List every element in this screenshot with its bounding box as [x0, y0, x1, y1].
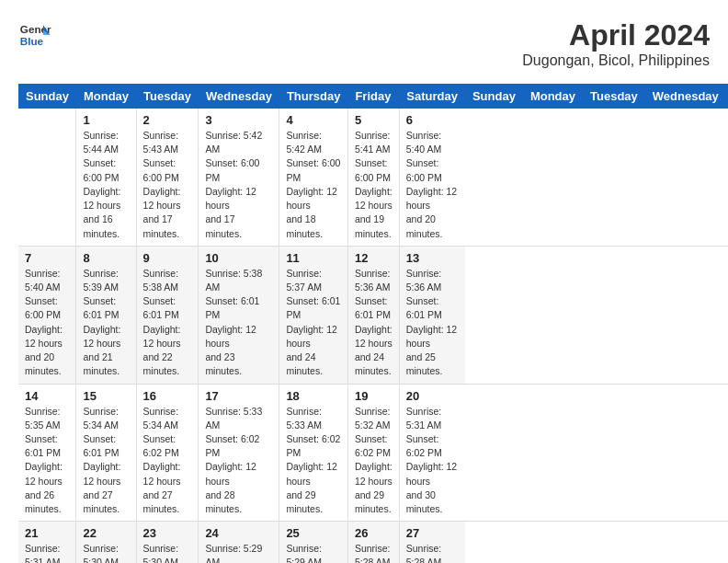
calendar-cell: 18Sunrise: 5:33 AMSunset: 6:02 PMDayligh… — [279, 384, 348, 522]
day-number: 21 — [25, 526, 69, 540]
day-number: 26 — [355, 526, 392, 540]
day-number: 19 — [355, 389, 392, 403]
calendar-cell: 2Sunrise: 5:43 AMSunset: 6:00 PMDaylight… — [136, 109, 199, 246]
day-info: Sunrise: 5:33 AMSunset: 6:02 PMDaylight:… — [286, 405, 341, 517]
column-header-friday: Friday — [347, 84, 399, 109]
day-info: Sunrise: 5:39 AMSunset: 6:01 PMDaylight:… — [83, 267, 129, 379]
calendar-cell: 26Sunrise: 5:28 AMSunset: 6:03 PMDayligh… — [347, 522, 399, 563]
day-number: 6 — [406, 113, 459, 127]
column-header-monday: Monday — [76, 84, 136, 109]
day-info: Sunrise: 5:31 AMSunset: 6:02 PMDaylight:… — [406, 405, 459, 517]
column-header-monday: Monday — [523, 84, 583, 109]
calendar-subtitle: Dugongan, Bicol, Philippines — [522, 52, 710, 69]
day-number: 18 — [286, 389, 341, 403]
calendar-header-row: SundayMondayTuesdayWednesdayThursdayFrid… — [18, 84, 728, 109]
day-info: Sunrise: 5:44 AMSunset: 6:00 PMDaylight:… — [83, 129, 129, 241]
column-header-tuesday: Tuesday — [583, 84, 645, 109]
day-number: 1 — [83, 113, 129, 127]
calendar-cell: 1Sunrise: 5:44 AMSunset: 6:00 PMDaylight… — [76, 109, 136, 246]
day-info: Sunrise: 5:29 AMSunset: 6:03 PMDaylight:… — [205, 542, 272, 563]
column-header-wednesday: Wednesday — [199, 84, 279, 109]
calendar-cell: 19Sunrise: 5:32 AMSunset: 6:02 PMDayligh… — [347, 384, 399, 522]
logo-icon: General Blue — [18, 18, 51, 52]
calendar-cell: 14Sunrise: 5:35 AMSunset: 6:01 PMDayligh… — [18, 384, 76, 522]
calendar-cell: 17Sunrise: 5:33 AMSunset: 6:02 PMDayligh… — [199, 384, 279, 522]
calendar-cell: 15Sunrise: 5:34 AMSunset: 6:01 PMDayligh… — [76, 384, 136, 522]
column-header-sunday: Sunday — [465, 84, 523, 109]
calendar-cell: 6Sunrise: 5:40 AMSunset: 6:00 PMDaylight… — [399, 109, 465, 246]
calendar-cell: 16Sunrise: 5:34 AMSunset: 6:02 PMDayligh… — [136, 384, 199, 522]
column-header-thursday: Thursday — [279, 84, 348, 109]
day-number: 23 — [143, 526, 192, 540]
day-info: Sunrise: 5:37 AMSunset: 6:01 PMDaylight:… — [286, 267, 341, 379]
day-info: Sunrise: 5:41 AMSunset: 6:00 PMDaylight:… — [355, 129, 392, 241]
day-info: Sunrise: 5:42 AMSunset: 6:00 PMDaylight:… — [205, 129, 272, 241]
day-number: 9 — [143, 251, 192, 265]
calendar-cell — [18, 109, 76, 246]
day-number: 16 — [143, 389, 192, 403]
day-number: 22 — [83, 526, 129, 540]
day-number: 27 — [406, 526, 459, 540]
day-info: Sunrise: 5:32 AMSunset: 6:02 PMDaylight:… — [355, 405, 392, 517]
calendar-cell: 3Sunrise: 5:42 AMSunset: 6:00 PMDaylight… — [199, 109, 279, 246]
day-info: Sunrise: 5:34 AMSunset: 6:02 PMDaylight:… — [143, 405, 192, 517]
day-number: 25 — [286, 526, 341, 540]
day-number: 13 — [406, 251, 459, 265]
day-number: 8 — [83, 251, 129, 265]
calendar-cell: 12Sunrise: 5:36 AMSunset: 6:01 PMDayligh… — [347, 246, 399, 384]
calendar-cell: 4Sunrise: 5:42 AMSunset: 6:00 PMDaylight… — [279, 109, 348, 246]
calendar-cell: 10Sunrise: 5:38 AMSunset: 6:01 PMDayligh… — [199, 246, 279, 384]
calendar-cell: 23Sunrise: 5:30 AMSunset: 6:03 PMDayligh… — [136, 522, 199, 563]
day-number: 20 — [406, 389, 459, 403]
svg-text:Blue: Blue — [20, 35, 44, 47]
calendar-week-row: 7Sunrise: 5:40 AMSunset: 6:00 PMDaylight… — [18, 246, 728, 384]
day-number: 12 — [355, 251, 392, 265]
day-info: Sunrise: 5:36 AMSunset: 6:01 PMDaylight:… — [406, 267, 459, 379]
day-info: Sunrise: 5:40 AMSunset: 6:00 PMDaylight:… — [25, 267, 69, 379]
day-number: 3 — [205, 113, 272, 127]
calendar-cell: 8Sunrise: 5:39 AMSunset: 6:01 PMDaylight… — [76, 246, 136, 384]
day-number: 4 — [286, 113, 341, 127]
day-number: 24 — [205, 526, 272, 540]
day-number: 10 — [205, 251, 272, 265]
calendar-cell: 24Sunrise: 5:29 AMSunset: 6:03 PMDayligh… — [199, 522, 279, 563]
calendar-cell: 7Sunrise: 5:40 AMSunset: 6:00 PMDaylight… — [18, 246, 76, 384]
calendar-title: April 2024 — [522, 18, 710, 52]
calendar-cell: 13Sunrise: 5:36 AMSunset: 6:01 PMDayligh… — [399, 246, 465, 384]
calendar-cell: 9Sunrise: 5:38 AMSunset: 6:01 PMDaylight… — [136, 246, 199, 384]
calendar-cell: 11Sunrise: 5:37 AMSunset: 6:01 PMDayligh… — [279, 246, 348, 384]
day-info: Sunrise: 5:30 AMSunset: 6:02 PMDaylight:… — [83, 542, 129, 563]
calendar-cell: 27Sunrise: 5:28 AMSunset: 6:03 PMDayligh… — [399, 522, 465, 563]
page-header: General Blue April 2024 Dugongan, Bicol,… — [18, 18, 710, 69]
day-number: 15 — [83, 389, 129, 403]
title-block: April 2024 Dugongan, Bicol, Philippines — [522, 18, 710, 69]
day-info: Sunrise: 5:36 AMSunset: 6:01 PMDaylight:… — [355, 267, 392, 379]
day-info: Sunrise: 5:31 AMSunset: 6:02 PMDaylight:… — [25, 542, 69, 563]
day-info: Sunrise: 5:28 AMSunset: 6:03 PMDaylight:… — [406, 542, 459, 563]
day-info: Sunrise: 5:29 AMSunset: 6:03 PMDaylight:… — [286, 542, 341, 563]
calendar-cell: 21Sunrise: 5:31 AMSunset: 6:02 PMDayligh… — [18, 522, 76, 563]
day-number: 17 — [205, 389, 272, 403]
calendar-cell: 25Sunrise: 5:29 AMSunset: 6:03 PMDayligh… — [279, 522, 348, 563]
day-info: Sunrise: 5:33 AMSunset: 6:02 PMDaylight:… — [205, 405, 272, 517]
day-number: 7 — [25, 251, 69, 265]
calendar-week-row: 1Sunrise: 5:44 AMSunset: 6:00 PMDaylight… — [18, 109, 728, 246]
day-info: Sunrise: 5:38 AMSunset: 6:01 PMDaylight:… — [143, 267, 192, 379]
column-header-saturday: Saturday — [399, 84, 465, 109]
calendar-week-row: 14Sunrise: 5:35 AMSunset: 6:01 PMDayligh… — [18, 384, 728, 522]
calendar-cell: 22Sunrise: 5:30 AMSunset: 6:02 PMDayligh… — [76, 522, 136, 563]
day-info: Sunrise: 5:28 AMSunset: 6:03 PMDaylight:… — [355, 542, 392, 563]
calendar-cell: 5Sunrise: 5:41 AMSunset: 6:00 PMDaylight… — [347, 109, 399, 246]
calendar-table: SundayMondayTuesdayWednesdayThursdayFrid… — [18, 84, 728, 563]
day-info: Sunrise: 5:38 AMSunset: 6:01 PMDaylight:… — [205, 267, 272, 379]
day-info: Sunrise: 5:30 AMSunset: 6:03 PMDaylight:… — [143, 542, 192, 563]
calendar-week-row: 21Sunrise: 5:31 AMSunset: 6:02 PMDayligh… — [18, 522, 728, 563]
day-info: Sunrise: 5:40 AMSunset: 6:00 PMDaylight:… — [406, 129, 459, 241]
day-info: Sunrise: 5:34 AMSunset: 6:01 PMDaylight:… — [83, 405, 129, 517]
day-number: 5 — [355, 113, 392, 127]
calendar-cell: 20Sunrise: 5:31 AMSunset: 6:02 PMDayligh… — [399, 384, 465, 522]
day-info: Sunrise: 5:42 AMSunset: 6:00 PMDaylight:… — [286, 129, 341, 241]
column-header-sunday: Sunday — [18, 84, 76, 109]
day-number: 11 — [286, 251, 341, 265]
column-header-wednesday: Wednesday — [645, 84, 726, 109]
